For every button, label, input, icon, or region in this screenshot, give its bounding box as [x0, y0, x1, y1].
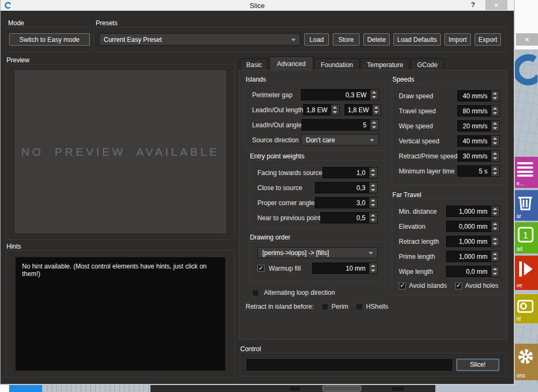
spinner-buttons[interactable]	[491, 266, 500, 277]
drawing-order-select[interactable]: [perims->loops] -> [fills]	[257, 247, 378, 258]
spinner-buttons[interactable]	[372, 104, 381, 115]
proper-corner-angle-spinbox[interactable]: 3,0	[315, 197, 378, 208]
leadout-length-spinbox[interactable]: 1,8 EW	[345, 104, 381, 115]
source-direction-select[interactable]: Don't care	[301, 134, 379, 146]
spinner-buttons[interactable]	[369, 197, 378, 208]
spinner-buttons[interactable]	[491, 236, 500, 247]
wipe-length-spinbox[interactable]: 0,0 mm	[446, 266, 500, 277]
spin-value[interactable]: 0,000 mm	[446, 221, 491, 232]
export-button[interactable]: Export	[475, 33, 501, 46]
spinner-buttons[interactable]	[370, 89, 379, 100]
spinner-buttons[interactable]	[491, 90, 500, 101]
field-label: Source direction	[252, 136, 299, 144]
dialog-close-button[interactable]: ✕	[485, 0, 507, 10]
facing-towards-source-spinbox[interactable]: 1,0	[322, 167, 378, 178]
perimeter-gap-spinbox[interactable]: 0,3 EW	[301, 89, 379, 100]
spinner-buttons[interactable]	[369, 167, 378, 178]
spin-value[interactable]: 1,000 mm	[446, 206, 491, 217]
leadin-length-spinbox[interactable]: 1,8 EW	[303, 104, 340, 115]
spin-value[interactable]: 5 s	[457, 165, 491, 177]
spinner-buttons[interactable]	[491, 135, 500, 147]
store-button[interactable]: Store	[333, 33, 360, 46]
spin-value[interactable]: 1,0	[322, 167, 369, 178]
elevation-row: Elevation 0,000 mm	[399, 221, 500, 232]
spin-value[interactable]: 40 mm/s	[457, 135, 491, 147]
spin-value[interactable]: 1,000 mm	[446, 236, 491, 247]
spinner-buttons[interactable]	[369, 263, 378, 274]
spinner-buttons[interactable]	[369, 212, 378, 223]
spin-value[interactable]: 1,8 EW	[345, 104, 372, 115]
tab-gcode[interactable]: GCode	[411, 59, 444, 70]
warmup-fill-spinbox[interactable]: 10 mm	[312, 263, 378, 274]
alternating-loop-checkbox[interactable]	[252, 289, 259, 296]
background-tile-options[interactable]: ons	[515, 344, 538, 380]
help-icon[interactable]: ?	[469, 1, 477, 9]
background-tile-load[interactable]: 1 ad	[515, 222, 538, 253]
tab-foundation[interactable]: Foundation	[314, 59, 360, 70]
switch-to-easy-mode-button[interactable]: Switch to Easy mode	[9, 33, 90, 46]
min-distance-spinbox[interactable]: 1,000 mm	[446, 206, 500, 217]
leadinout-angle-row: LeadIn/Out angle 5	[252, 119, 379, 130]
spinner-buttons[interactable]	[491, 120, 500, 132]
elevation-spinbox[interactable]: 0,000 mm	[446, 221, 500, 232]
bottom-toolbar-button[interactable]	[322, 386, 361, 391]
spin-value[interactable]: 3,0	[315, 197, 369, 208]
spinner-buttons[interactable]	[491, 165, 500, 177]
spin-value[interactable]: 10 mm	[312, 263, 369, 274]
minimum-layer-time-spinbox[interactable]: 5 s	[457, 165, 500, 177]
background-tile-save[interactable]: ve	[515, 256, 538, 290]
background-tile-slice[interactable]: e...	[515, 157, 538, 188]
close-to-source-spinbox[interactable]: 0,3	[315, 182, 378, 193]
tab-basic[interactable]: Basic	[240, 59, 268, 70]
spinner-buttons[interactable]	[491, 105, 500, 117]
spin-value[interactable]: 5	[302, 119, 370, 130]
draw-speed-spinbox[interactable]: 40 mm/s	[457, 90, 500, 101]
spinner-buttons[interactable]	[491, 251, 500, 262]
dialog-titlebar[interactable]: Slice ? ✕	[1, 0, 514, 11]
retract-length-spinbox[interactable]: 1,000 mm	[446, 236, 500, 247]
far-travel-group-title: Far Travel	[392, 191, 421, 199]
avoid-holes-checkbox[interactable]	[455, 282, 462, 289]
hshells-checkbox[interactable]	[356, 303, 363, 310]
near-to-previous-point-spinbox[interactable]: 0,5	[320, 212, 378, 223]
spinner-buttons[interactable]	[370, 119, 379, 130]
preset-select[interactable]: Current Easy Preset	[99, 33, 300, 46]
wipe-speed-spinbox[interactable]: 20 mm/s	[457, 120, 500, 132]
prime-length-spinbox[interactable]: 1,000 mm	[446, 251, 500, 262]
background-tile-print[interactable]: nt	[515, 294, 538, 323]
import-button[interactable]: Import	[444, 33, 471, 46]
spin-value[interactable]: 80 mm/s	[457, 105, 491, 117]
spinner-buttons[interactable]	[331, 104, 340, 115]
load-defaults-button[interactable]: Load Defaults	[393, 33, 440, 46]
spinner-buttons[interactable]	[491, 221, 500, 232]
slice-button[interactable]: Slice!	[456, 359, 499, 371]
spin-value[interactable]: 40 mm/s	[457, 90, 491, 101]
perim-checkbox[interactable]	[321, 303, 328, 310]
delete-button[interactable]: Delete	[363, 33, 390, 46]
spin-value[interactable]: 20 mm/s	[457, 120, 491, 132]
avoid-islands-checkbox[interactable]	[399, 282, 406, 289]
spin-value[interactable]: 0,3 EW	[301, 89, 370, 100]
control-group: Slice!	[240, 353, 506, 376]
bottom-strip-white	[0, 385, 9, 392]
spin-value[interactable]: 0,3	[315, 182, 369, 193]
spin-value[interactable]: 0,5	[320, 212, 369, 223]
spinner-buttons[interactable]	[491, 206, 500, 217]
travel-speed-spinbox[interactable]: 80 mm/s	[457, 105, 500, 117]
leadinout-angle-spinbox[interactable]: 5	[302, 119, 379, 130]
background-close-button[interactable]: ✕	[516, 33, 538, 46]
spin-value[interactable]: 0,0 mm	[446, 266, 491, 277]
load-button[interactable]: Load	[304, 33, 329, 46]
spin-value[interactable]: 1,000 mm	[446, 251, 491, 262]
tab-temperature[interactable]: Temperature	[361, 59, 410, 70]
vertical-speed-spinbox[interactable]: 40 mm/s	[457, 135, 500, 147]
spinner-buttons[interactable]	[491, 150, 500, 162]
spin-value[interactable]: 30 mm/s	[457, 150, 491, 162]
warmup-fill-checkbox[interactable]	[257, 265, 264, 272]
spin-value[interactable]: 1,8 EW	[303, 104, 331, 115]
field-label: Elevation	[399, 223, 425, 230]
background-tile-clear[interactable]: ar	[515, 190, 538, 221]
spinner-buttons[interactable]	[369, 182, 378, 193]
tab-advanced[interactable]: Advanced	[269, 56, 313, 70]
retract-prime-speed-spinbox[interactable]: 30 mm/s	[457, 150, 500, 162]
